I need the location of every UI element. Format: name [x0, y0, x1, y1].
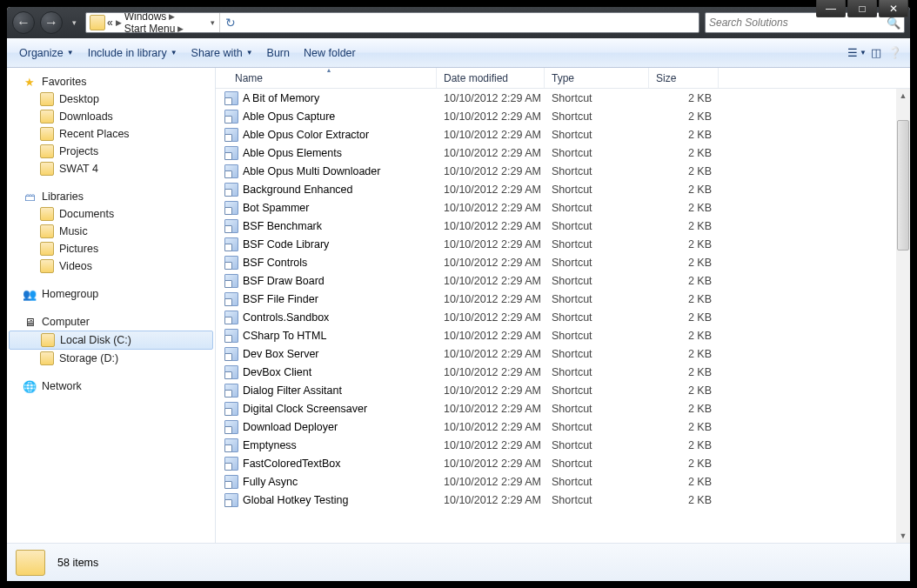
breadcrumb-windows[interactable]: Windows▶: [124, 12, 206, 23]
forward-button[interactable]: →: [40, 11, 63, 34]
file-date: 10/10/2012 2:29 AM: [437, 330, 545, 342]
refresh-button[interactable]: ↻: [219, 12, 240, 33]
scroll-down-button[interactable]: ▼: [896, 529, 910, 543]
scroll-thumb[interactable]: [897, 120, 909, 251]
file-type: Shortcut: [545, 293, 649, 305]
file-row[interactable]: CSharp To HTML10/10/2012 2:29 AMShortcut…: [216, 326, 910, 344]
file-size: 2 KB: [649, 257, 719, 269]
sidebar-item-storage-d-[interactable]: Storage (D:): [7, 350, 215, 367]
sidebar-computer[interactable]: 🖥Computer: [7, 313, 215, 331]
file-row[interactable]: A Bit of Memory10/10/2012 2:29 AMShortcu…: [216, 89, 910, 107]
new-folder-button[interactable]: New folder: [297, 43, 363, 63]
file-row[interactable]: BSF Code Library10/10/2012 2:29 AMShortc…: [216, 235, 910, 253]
address-bar[interactable]: «▶ AppData▶Roaming▶Microsoft▶Windows▶Sta…: [85, 12, 699, 33]
folder-icon: [40, 207, 54, 221]
file-row[interactable]: DevBox Client10/10/2012 2:29 AMShortcut2…: [216, 363, 910, 381]
column-name[interactable]: Name: [216, 68, 437, 88]
breadcrumb-overflow[interactable]: «▶: [107, 17, 124, 29]
shortcut-icon: [224, 329, 238, 343]
column-type[interactable]: Type: [545, 68, 649, 88]
file-row[interactable]: Background Enhanced10/10/2012 2:29 AMSho…: [216, 180, 910, 198]
file-row[interactable]: BSF Draw Board10/10/2012 2:29 AMShortcut…: [216, 271, 910, 290]
file-name: BSF Benchmark: [243, 220, 322, 232]
file-type: Shortcut: [545, 129, 649, 141]
shortcut-icon: [224, 256, 238, 270]
file-date: 10/10/2012 2:29 AM: [437, 238, 545, 251]
file-type: Shortcut: [545, 403, 649, 415]
share-with-button[interactable]: Share with▼: [184, 43, 260, 63]
file-row[interactable]: Download Deployer10/10/2012 2:29 AMShort…: [216, 418, 910, 436]
shortcut-icon: [224, 274, 238, 288]
file-row[interactable]: Dev Box Server10/10/2012 2:29 AMShortcut…: [216, 344, 910, 363]
file-type: Shortcut: [545, 494, 649, 506]
include-library-button[interactable]: Include in library▼: [81, 43, 184, 63]
burn-button[interactable]: Burn: [260, 43, 297, 63]
content-area: ★Favorites DesktopDownloadsRecent Places…: [7, 68, 910, 543]
file-size: 2 KB: [649, 165, 719, 177]
organize-button[interactable]: Organize▼: [12, 43, 81, 63]
file-name: BSF Draw Board: [243, 275, 325, 287]
sidebar-item-local-disk-c-[interactable]: Local Disk (C:): [9, 331, 213, 350]
file-row[interactable]: Able Opus Elements10/10/2012 2:29 AMShor…: [216, 144, 910, 162]
folder-icon: [16, 550, 45, 576]
file-row[interactable]: Able Opus Capture10/10/2012 2:29 AMShort…: [216, 107, 910, 125]
help-button[interactable]: ❔: [886, 43, 905, 63]
close-button[interactable]: ✕: [879, 0, 908, 17]
minimize-button[interactable]: —: [816, 0, 846, 17]
file-date: 10/10/2012 2:29 AM: [437, 110, 545, 123]
sidebar-item-projects[interactable]: Projects: [7, 143, 215, 160]
shortcut-icon: [224, 365, 238, 379]
search-input[interactable]: [709, 17, 887, 29]
file-row[interactable]: Global Hotkey Testing10/10/2012 2:29 AMS…: [216, 491, 910, 509]
file-row[interactable]: Dialog Filter Assitant10/10/2012 2:29 AM…: [216, 381, 910, 399]
file-row[interactable]: Able Opus Multi Downloader10/10/2012 2:2…: [216, 162, 910, 180]
preview-pane-button[interactable]: ◫: [867, 43, 886, 63]
shortcut-icon: [224, 420, 238, 434]
scroll-track[interactable]: [896, 103, 910, 529]
maximize-button[interactable]: □: [847, 0, 877, 17]
sidebar-network[interactable]: 🌐Network: [7, 378, 215, 395]
file-row[interactable]: BSF Benchmark10/10/2012 2:29 AMShortcut2…: [216, 217, 910, 235]
file-row[interactable]: Digital Clock Screensaver10/10/2012 2:29…: [216, 399, 910, 418]
file-row[interactable]: Bot Spammer10/10/2012 2:29 AMShortcut2 K…: [216, 198, 910, 217]
breadcrumb-start-menu[interactable]: Start Menu▶: [124, 23, 206, 33]
file-date: 10/10/2012 2:29 AM: [437, 366, 545, 378]
sidebar-homegroup[interactable]: 👥Homegroup: [7, 285, 215, 303]
file-row[interactable]: Emptyness10/10/2012 2:29 AMShortcut2 KB: [216, 436, 910, 454]
file-row[interactable]: BSF Controls10/10/2012 2:29 AMShortcut2 …: [216, 253, 910, 271]
sidebar-libraries[interactable]: 🗃Libraries: [7, 188, 215, 205]
column-date[interactable]: Date modified: [437, 68, 545, 88]
sidebar-item-pictures[interactable]: Pictures: [7, 240, 215, 257]
shortcut-icon: [224, 475, 238, 489]
back-button[interactable]: ←: [12, 11, 35, 34]
file-list[interactable]: A Bit of Memory10/10/2012 2:29 AMShortcu…: [216, 89, 910, 543]
sidebar-item-downloads[interactable]: Downloads: [7, 108, 215, 125]
file-name: Global Hotkey Testing: [243, 494, 348, 506]
file-type: Shortcut: [545, 238, 649, 251]
shortcut-icon: [224, 146, 238, 160]
file-row[interactable]: Fully Async10/10/2012 2:29 AMShortcut2 K…: [216, 472, 910, 491]
sidebar-item-documents[interactable]: Documents: [7, 205, 215, 223]
sidebar-item-desktop[interactable]: Desktop: [7, 90, 215, 108]
scroll-up-button[interactable]: ▲: [896, 89, 910, 103]
file-type: Shortcut: [545, 110, 649, 123]
file-row[interactable]: Able Opus Color Extractor10/10/2012 2:29…: [216, 125, 910, 144]
toolbar: Organize▼ Include in library▼ Share with…: [7, 38, 910, 68]
shortcut-icon: [224, 183, 238, 197]
sidebar-item-swat-4[interactable]: SWAT 4: [7, 160, 215, 177]
sidebar-item-music[interactable]: Music: [7, 223, 215, 240]
file-type: Shortcut: [545, 202, 649, 214]
file-name: Able Opus Elements: [243, 147, 342, 159]
file-size: 2 KB: [649, 238, 719, 251]
nav-history-dropdown[interactable]: ▾: [68, 10, 80, 35]
address-dropdown[interactable]: ▾: [205, 18, 219, 27]
scrollbar[interactable]: ▲ ▼: [896, 89, 910, 543]
file-row[interactable]: FastColoredTextBox10/10/2012 2:29 AMShor…: [216, 454, 910, 472]
column-size[interactable]: Size: [649, 68, 719, 88]
view-options-button[interactable]: ☰▼: [847, 43, 867, 63]
file-row[interactable]: Controls.Sandbox10/10/2012 2:29 AMShortc…: [216, 308, 910, 326]
sidebar-item-recent-places[interactable]: Recent Places: [7, 125, 215, 143]
sidebar-favorites[interactable]: ★Favorites: [7, 73, 215, 90]
file-row[interactable]: BSF File Finder10/10/2012 2:29 AMShortcu…: [216, 290, 910, 308]
sidebar-item-videos[interactable]: Videos: [7, 257, 215, 275]
